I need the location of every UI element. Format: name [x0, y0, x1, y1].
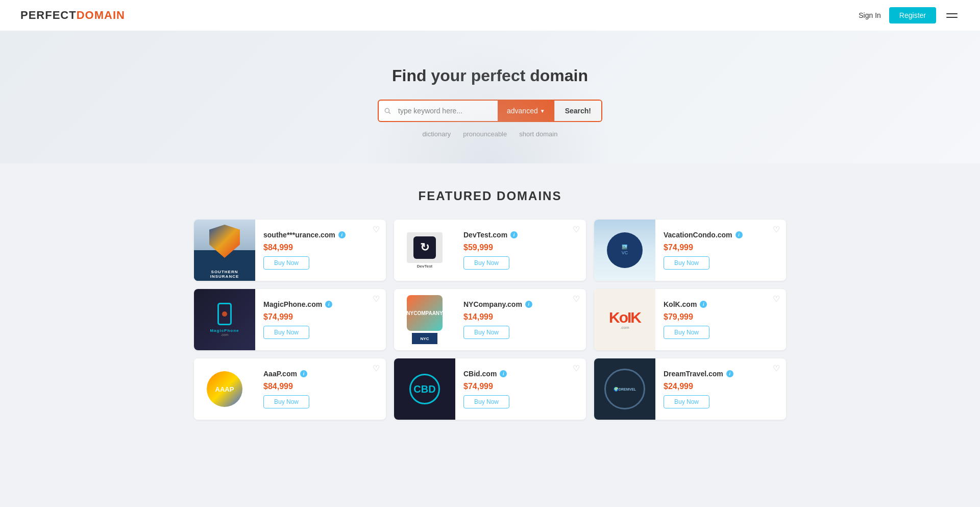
domain-card: ↻ DevTest DevTest.com i $59,999 Buy Now …: [394, 220, 586, 281]
domain-card: MagicPhone .com MagicPhone.com i $74,999…: [194, 289, 386, 350]
domain-card-info: NYCompany.com i $14,999 Buy Now: [455, 289, 586, 350]
favorite-button[interactable]: ♡: [373, 225, 380, 234]
domain-card: 🏙️VC VacationCondo.com i $74,999 Buy Now…: [594, 220, 786, 281]
domain-logo: MagicPhone .com: [194, 289, 255, 350]
domain-name-row: southe***urance.com i: [263, 231, 346, 239]
menu-line-1: [946, 13, 958, 14]
buy-now-button[interactable]: Buy Now: [263, 326, 309, 339]
featured-section: FEATURED DOMAINS SOUTHERNINSURANCE south…: [184, 163, 796, 440]
tag-pronounceable[interactable]: pronounceable: [463, 130, 507, 138]
domain-price: $74,999: [263, 312, 293, 322]
domain-card-image: CBD: [394, 358, 455, 420]
search-submit-button[interactable]: Search!: [554, 101, 601, 121]
domain-card: AAAP AaaP.com i $84,999 Buy Now ♡: [194, 358, 386, 420]
domain-name-row: AaaP.com i: [263, 370, 307, 378]
domain-price: $14,999: [463, 312, 493, 322]
buy-now-button[interactable]: Buy Now: [463, 256, 509, 270]
buy-now-button[interactable]: Buy Now: [263, 256, 309, 270]
register-button[interactable]: Register: [889, 7, 936, 23]
domain-info-icon[interactable]: i: [300, 370, 307, 377]
domain-info-icon[interactable]: i: [736, 231, 743, 238]
domain-card-info: MagicPhone.com i $74,999 Buy Now: [255, 289, 386, 350]
header: PERFECTDOMAIN Sign In Register: [0, 0, 980, 31]
domain-name: VacationCondo.com: [664, 231, 732, 239]
domain-name-row: NYCompany.com i: [463, 300, 532, 308]
domain-info-icon[interactable]: i: [325, 301, 332, 308]
domain-card-info: CBid.com i $74,999 Buy Now: [455, 358, 586, 420]
domain-logo: SOUTHERNINSURANCE: [194, 220, 255, 281]
favorite-button[interactable]: ♡: [373, 294, 380, 304]
logo-perfect: PERFECT: [20, 9, 77, 21]
domain-name: KolK.com: [664, 300, 697, 308]
favorite-button[interactable]: ♡: [773, 364, 780, 373]
hero-section: Find your perfect domain advanced ▼ Sear…: [0, 31, 980, 163]
domain-logo: NYCOMPAANY NYC: [394, 289, 455, 350]
domain-info-icon[interactable]: i: [510, 231, 518, 238]
domain-name-row: CBid.com i: [463, 370, 507, 378]
domain-logo: CBD: [394, 358, 455, 420]
domain-info-icon[interactable]: i: [500, 370, 507, 377]
domain-info-icon[interactable]: i: [700, 301, 707, 308]
domain-logo: 🌍DREMVEL: [594, 358, 655, 420]
domain-info-icon[interactable]: i: [338, 231, 346, 238]
domain-price: $74,999: [463, 382, 493, 391]
domain-name: southe***urance.com: [263, 231, 335, 239]
domain-name: DevTest.com: [463, 231, 507, 239]
buy-now-button[interactable]: Buy Now: [263, 395, 309, 408]
domain-card-info: AaaP.com i $84,999 Buy Now: [255, 358, 386, 420]
domain-card-image: NYCOMPAANY NYC: [394, 289, 455, 350]
domain-price: $84,999: [263, 382, 293, 391]
favorite-button[interactable]: ♡: [573, 294, 580, 304]
sign-in-button[interactable]: Sign In: [859, 11, 881, 19]
domain-card-image: ↻ DevTest: [394, 220, 455, 281]
buy-now-button[interactable]: Buy Now: [463, 395, 509, 408]
domain-card-info: DevTest.com i $59,999 Buy Now: [455, 220, 586, 281]
domain-logo: KoIK .com: [594, 289, 655, 350]
search-input[interactable]: [396, 101, 498, 121]
domain-name: AaaP.com: [263, 370, 297, 378]
domain-card-info: VacationCondo.com i $74,999 Buy Now: [655, 220, 786, 281]
advanced-button[interactable]: advanced ▼: [498, 101, 554, 121]
buy-now-button[interactable]: Buy Now: [463, 326, 509, 339]
domain-card: 🌍DREMVEL DreamTravel.com i $24,999 Buy N…: [594, 358, 786, 420]
domain-logo: AAAP: [194, 358, 255, 420]
search-icon: [379, 107, 396, 114]
domain-card: KoIK .com KolK.com i $79,999 Buy Now ♡: [594, 289, 786, 350]
advanced-label: advanced: [507, 107, 538, 115]
tag-dictionary[interactable]: dictionary: [423, 130, 451, 138]
domain-card-image: MagicPhone .com: [194, 289, 255, 350]
buy-now-button[interactable]: Buy Now: [664, 326, 709, 339]
domain-price: $79,999: [664, 312, 693, 322]
domain-name-row: DreamTravel.com i: [664, 370, 733, 378]
domain-card-info: KolK.com i $79,999 Buy Now: [655, 289, 786, 350]
chevron-down-icon: ▼: [540, 108, 545, 114]
favorite-button[interactable]: ♡: [773, 294, 780, 304]
logo-domain: DOMAIN: [77, 9, 125, 21]
domain-name-row: VacationCondo.com i: [664, 231, 743, 239]
domain-logo: ↻ DevTest: [394, 220, 455, 281]
buy-now-button[interactable]: Buy Now: [664, 395, 709, 408]
domain-name-row: DevTest.com i: [463, 231, 518, 239]
domain-card: NYCOMPAANY NYC NYCompany.com i $14,999 B…: [394, 289, 586, 350]
svg-line-1: [389, 112, 390, 114]
domains-grid: SOUTHERNINSURANCE southe***urance.com i …: [194, 220, 786, 420]
favorite-button[interactable]: ♡: [373, 364, 380, 373]
hamburger-menu-button[interactable]: [944, 11, 960, 20]
favorite-button[interactable]: ♡: [573, 225, 580, 234]
domain-name-row: KolK.com i: [664, 300, 707, 308]
favorite-button[interactable]: ♡: [773, 225, 780, 234]
favorite-button[interactable]: ♡: [573, 364, 580, 373]
buy-now-button[interactable]: Buy Now: [664, 256, 709, 270]
header-right: Sign In Register: [859, 7, 960, 23]
domain-info-icon[interactable]: i: [726, 370, 733, 377]
logo: PERFECTDOMAIN: [20, 9, 125, 22]
menu-line-2: [946, 17, 958, 18]
domain-name: MagicPhone.com: [263, 300, 322, 308]
tag-short-domain[interactable]: short domain: [519, 130, 557, 138]
featured-title: FEATURED DOMAINS: [194, 189, 786, 203]
domain-logo: 🏙️VC: [594, 220, 655, 281]
domain-card-info: DreamTravel.com i $24,999 Buy Now: [655, 358, 786, 420]
domain-info-icon[interactable]: i: [525, 301, 532, 308]
domain-card-image: 🏙️VC: [594, 220, 655, 281]
svg-point-0: [385, 108, 389, 112]
